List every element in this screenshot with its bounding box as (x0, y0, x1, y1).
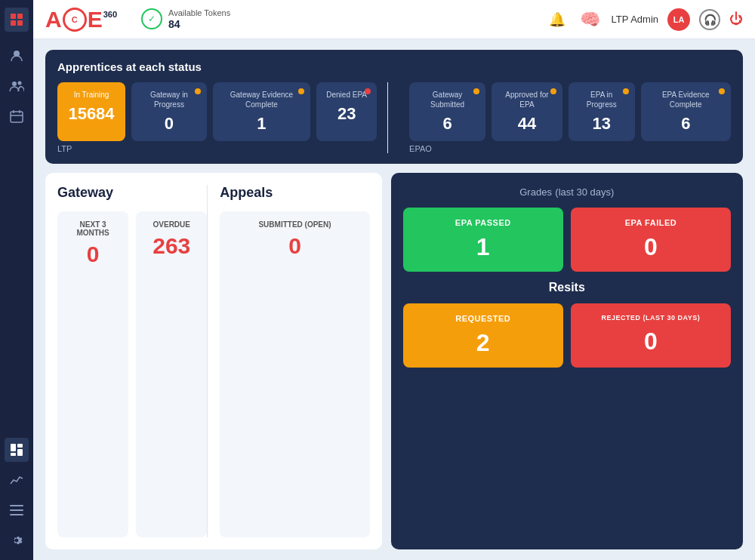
appeals-metric-box[interactable]: SUBMITTED (OPEN) 0 (220, 211, 369, 537)
svg-point-6 (18, 82, 22, 85)
sidebar-item-calendar[interactable] (5, 104, 29, 128)
status-dot-orange (195, 88, 201, 94)
epa-failed-box[interactable]: EPA FAILED 0 (571, 208, 731, 272)
svg-point-5 (12, 82, 17, 86)
header-right: 🔔 🧠 LTP Admin LA 🎧 ⏻ (545, 8, 743, 32)
svg-rect-11 (11, 444, 16, 451)
content: Apprentices at each status In Training 1… (33, 39, 755, 560)
power-icon[interactable]: ⏻ (729, 11, 743, 27)
logo-badge: C (63, 8, 87, 32)
logo-a: A (45, 7, 62, 32)
sidebar-item-dashboard[interactable] (5, 438, 29, 462)
status-card-label: EPA Evidence Complete (650, 90, 722, 109)
epa-failed-value: 0 (578, 233, 723, 261)
resits-rejected-value: 0 (578, 328, 723, 355)
apprentices-card: Apprentices at each status In Training 1… (45, 50, 743, 164)
sidebar (0, 0, 33, 560)
avatar[interactable]: LA (667, 8, 690, 31)
metric-value: 263 (145, 233, 198, 259)
ltp-label: LTP (57, 144, 377, 153)
headphone-icon[interactable]: 🎧 (699, 9, 720, 30)
appeals-title: Appeals (220, 185, 369, 201)
epao-group: Gateway Submitted 6 Approved for EPA 44 (409, 82, 731, 153)
sidebar-item-analytics[interactable] (5, 468, 29, 492)
svg-rect-17 (10, 514, 23, 515)
notification-bell-icon[interactable]: 🔔 (545, 8, 569, 32)
status-card-denied-epa[interactable]: Denied EPA 23 (316, 82, 377, 141)
gateway-section: Gateway NEXT 3 MONTHS 0 OVERDUE 263 (57, 185, 207, 537)
tokens-value: 84 (168, 18, 230, 31)
status-card-label: In Training (66, 90, 116, 100)
apprentices-title: Apprentices at each status (57, 60, 731, 73)
resits-requested-label: REQUESTED (411, 314, 556, 323)
gateway-overdue[interactable]: OVERDUE 263 (136, 211, 207, 537)
status-card-epa-progress[interactable]: EPA in Progress 13 (569, 82, 635, 141)
header: A C E 360 ✓ Available Tokens 84 🔔 🧠 LTP … (33, 0, 755, 39)
tokens-icon: ✓ (141, 8, 162, 29)
resits-rejected-box[interactable]: REJECTED (LAST 30 DAYS) 0 (571, 303, 731, 368)
status-card-value: 0 (140, 114, 198, 134)
epa-passed-box[interactable]: EPA PASSED 1 (403, 208, 563, 272)
status-dot-orange (623, 88, 629, 94)
status-card-value: 6 (650, 114, 722, 134)
grades-row: EPA PASSED 1 EPA FAILED 0 (403, 208, 731, 272)
bottom-row: Gateway NEXT 3 MONTHS 0 OVERDUE 263 (45, 173, 743, 549)
svg-rect-14 (17, 449, 23, 456)
gateway-metrics: NEXT 3 MONTHS 0 OVERDUE 263 (57, 211, 207, 537)
sidebar-item-list[interactable] (5, 498, 29, 522)
gateway-title: Gateway (57, 185, 207, 201)
tokens-label: Available Tokens (168, 8, 230, 18)
divider (387, 82, 388, 153)
appeals-value: 0 (229, 233, 360, 259)
status-dot-orange (550, 88, 556, 94)
svg-rect-3 (17, 20, 23, 26)
main-content: A C E 360 ✓ Available Tokens 84 🔔 🧠 LTP … (33, 0, 755, 560)
brain-icon[interactable]: 🧠 (578, 8, 602, 32)
user-name: LTP Admin (612, 14, 658, 25)
tokens-info: Available Tokens 84 (168, 8, 230, 31)
ltp-group: In Training 15684 Gateway in Progress 0 (57, 82, 377, 153)
ltp-cards-row: In Training 15684 Gateway in Progress 0 (57, 82, 377, 141)
logo-e: E (88, 7, 103, 32)
ltp-epao-wrapper: In Training 15684 Gateway in Progress 0 (57, 82, 731, 153)
status-card-gateway-evidence[interactable]: Gateway Evidence Complete 1 (213, 82, 310, 141)
svg-rect-16 (10, 509, 23, 511)
status-card-epa-evidence[interactable]: EPA Evidence Complete 6 (641, 82, 731, 141)
status-card-value: 44 (501, 114, 553, 134)
sidebar-item-group[interactable] (5, 74, 29, 98)
metric-value: 0 (66, 242, 119, 267)
appeals-section: Appeals SUBMITTED (OPEN) 0 (207, 185, 369, 537)
gateway-appeals-header: Gateway NEXT 3 MONTHS 0 OVERDUE 263 (57, 185, 370, 537)
grades-card: Grades (last 30 days) EPA PASSED 1 EPA F… (391, 173, 743, 549)
svg-rect-15 (10, 505, 23, 506)
status-card-value: 13 (578, 114, 626, 134)
appeals-sublabel: SUBMITTED (OPEN) (229, 220, 360, 229)
grades-subtitle: (last 30 days) (555, 186, 614, 198)
grades-title: Grades (last 30 days) (403, 185, 731, 198)
epao-label: EPAO (409, 144, 731, 153)
status-dot-red (365, 88, 371, 94)
resits-rejected-label: REJECTED (LAST 30 DAYS) (578, 314, 723, 322)
status-card-approved-epa[interactable]: Approved for EPA 44 (492, 82, 562, 141)
epa-failed-label: EPA FAILED (578, 218, 723, 227)
resits-row: REQUESTED 2 REJECTED (LAST 30 DAYS) 0 (403, 303, 731, 368)
sidebar-item-settings[interactable] (5, 528, 29, 552)
logo: A C E 360 (45, 7, 117, 32)
status-card-in-training[interactable]: In Training 15684 (57, 82, 125, 141)
status-card-gateway-submitted[interactable]: Gateway Submitted 6 (409, 82, 485, 141)
gateway-next3-months[interactable]: NEXT 3 MONTHS 0 (57, 211, 128, 537)
status-card-label: Gateway in Progress (140, 90, 198, 109)
status-card-label: Approved for EPA (501, 90, 553, 109)
status-dot-orange (719, 88, 725, 94)
sidebar-item-grid[interactable] (5, 8, 29, 32)
svg-rect-12 (17, 444, 23, 448)
sidebar-item-user[interactable] (5, 44, 29, 68)
status-card-gateway-progress[interactable]: Gateway in Progress 0 (131, 82, 207, 141)
svg-rect-7 (11, 112, 23, 122)
status-card-value: 23 (325, 104, 368, 124)
epa-passed-label: EPA PASSED (411, 218, 556, 227)
user-info: LTP Admin (612, 14, 658, 25)
resits-requested-box[interactable]: REQUESTED 2 (403, 303, 563, 368)
status-dot-orange (473, 88, 479, 94)
status-card-label: Gateway Evidence Complete (222, 90, 301, 109)
